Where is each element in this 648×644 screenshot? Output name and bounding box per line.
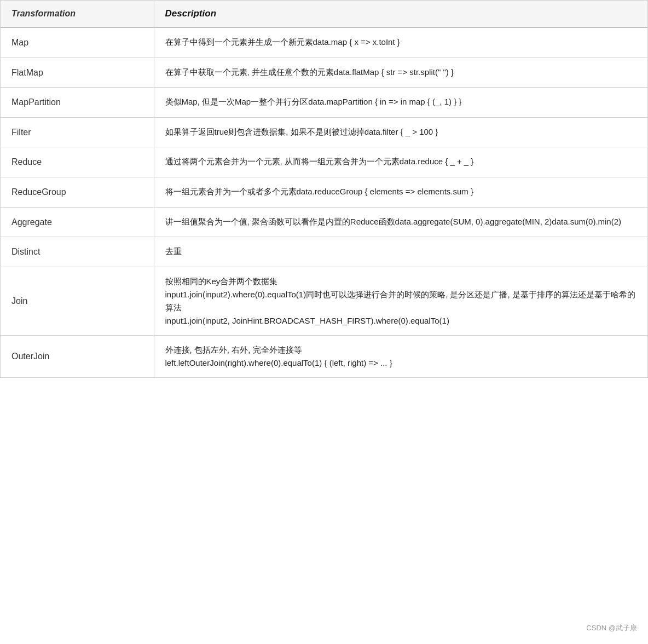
table-row: ReduceGroup将一组元素合并为一个或者多个元素data.reduceGr…	[1, 177, 647, 207]
table-row: Distinct去重	[1, 237, 647, 267]
transform-description: 按照相同的Key合并两个数据集 input1.join(input2).wher…	[154, 267, 647, 335]
transform-name: OuterJoin	[1, 335, 154, 377]
transform-description: 去重	[154, 237, 647, 267]
transform-name: ReduceGroup	[1, 177, 154, 207]
transform-name: Aggregate	[1, 207, 154, 237]
table-row: Reduce通过将两个元素合并为一个元素, 从而将一组元素合并为一个元素data…	[1, 147, 647, 177]
transform-name: Map	[1, 27, 154, 58]
transform-description: 类似Map, 但是一次Map一整个并行分区data.mapPartition {…	[154, 88, 647, 118]
table-row: FlatMap在算子中获取一个元素, 并生成任意个数的元素data.flatMa…	[1, 58, 647, 88]
transform-name: FlatMap	[1, 58, 154, 88]
transform-description: 讲一组值聚合为一个值, 聚合函数可以看作是内置的Reduce函数data.agg…	[154, 207, 647, 237]
transform-description: 通过将两个元素合并为一个元素, 从而将一组元素合并为一个元素data.reduc…	[154, 147, 647, 177]
header-transformation: Transformation	[1, 1, 154, 27]
table-row: MapPartition类似Map, 但是一次Map一整个并行分区data.ma…	[1, 88, 647, 118]
transform-name: Filter	[1, 117, 154, 147]
transform-description: 在算子中得到一个元素并生成一个新元素data.map { x => x.toIn…	[154, 27, 647, 58]
watermark: CSDN @武子康	[586, 623, 637, 633]
table-row: Aggregate讲一组值聚合为一个值, 聚合函数可以看作是内置的Reduce函…	[1, 207, 647, 237]
transform-description: 外连接, 包括左外, 右外, 完全外连接等 left.leftOuterJoin…	[154, 335, 647, 377]
table-header-row: Transformation Description	[1, 1, 647, 27]
table-row: Filter如果算子返回true则包含进数据集, 如果不是则被过滤掉data.f…	[1, 117, 647, 147]
transformation-table: Transformation Description Map在算子中得到一个元素…	[1, 1, 647, 377]
table-row: Join按照相同的Key合并两个数据集 input1.join(input2).…	[1, 267, 647, 335]
transform-name: MapPartition	[1, 88, 154, 118]
header-description: Description	[154, 1, 647, 27]
transform-name: Join	[1, 267, 154, 335]
table-row: Map在算子中得到一个元素并生成一个新元素data.map { x => x.t…	[1, 27, 647, 58]
main-table-container: Transformation Description Map在算子中得到一个元素…	[0, 0, 648, 378]
transform-description: 将一组元素合并为一个或者多个元素data.reduceGroup { eleme…	[154, 177, 647, 207]
transform-name: Reduce	[1, 147, 154, 177]
table-row: OuterJoin外连接, 包括左外, 右外, 完全外连接等 left.left…	[1, 335, 647, 377]
transform-description: 如果算子返回true则包含进数据集, 如果不是则被过滤掉data.filter …	[154, 117, 647, 147]
transform-name: Distinct	[1, 237, 154, 267]
transform-description: 在算子中获取一个元素, 并生成任意个数的元素data.flatMap { str…	[154, 58, 647, 88]
